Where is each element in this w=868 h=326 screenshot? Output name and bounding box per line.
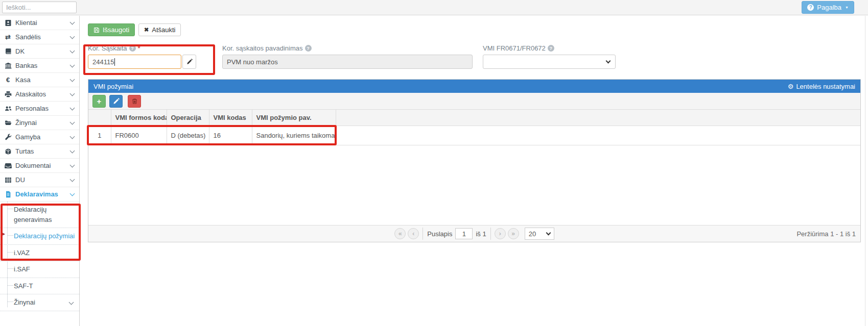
first-page-button[interactable]: « [394, 228, 406, 239]
chevron-down-icon [69, 300, 74, 305]
sidebar-item-gamyba[interactable]: Gamyba [0, 130, 79, 144]
account-input-value: 244115 [92, 58, 114, 66]
submenu-item-label: Deklaracijų generavimas [14, 205, 75, 224]
chevron-down-icon [70, 119, 75, 124]
chevron-down-icon [70, 77, 75, 82]
submenu-item-label: SAF-T [14, 281, 75, 291]
account-name-input: PVM nuo maržos [222, 55, 473, 69]
table-settings-button[interactable]: ⚙ Lentelės nustatymai [788, 83, 855, 90]
question-circle-icon: ? [548, 45, 554, 52]
sidebar-item-klientai[interactable]: Klientai [0, 16, 79, 30]
submenu-item-deklaraciju-generavimas[interactable]: Deklaracijų generavimas [0, 202, 79, 228]
text-cursor [114, 58, 115, 66]
file-text-icon [4, 191, 12, 198]
sidebar-item-label: Deklaravimas [15, 190, 71, 198]
column-header-form-code[interactable]: VMI formos kodas [111, 110, 167, 126]
column-header-operation[interactable]: Operacija [167, 110, 209, 126]
previous-page-button[interactable]: ‹ [408, 228, 419, 239]
table-icon [4, 177, 12, 184]
sidebar-item-du[interactable]: DU [0, 173, 79, 187]
sidebar-item-dk[interactable]: DK [0, 44, 79, 59]
submenu-item-deklaraciju-pozymiai[interactable]: ▶ Deklaracijų požymiai [0, 228, 79, 245]
account-name-field-group: Kor. sąskaitos pavadinimas ? PVM nuo mar… [222, 44, 473, 69]
sidebar-item-label: Sandėlis [15, 33, 71, 41]
page-number-input[interactable] [455, 228, 473, 239]
sidebar-item-dokumentai[interactable]: Dokumentai [0, 159, 79, 173]
vmi-form-select[interactable] [483, 55, 616, 69]
vmi-form-field-label: VMI FR0671/FR0672 [483, 44, 546, 52]
chevron-down-icon [70, 148, 75, 153]
sidebar-item-label: DU [15, 176, 71, 184]
sidebar-item-ataskaitos[interactable]: Ataskaitos [0, 87, 79, 102]
sidebar-item-zinynai[interactable]: Žinynai [0, 116, 79, 130]
double-chevron-right-icon: » [511, 230, 515, 237]
printer-icon [4, 91, 12, 98]
page-size-value: 20 [529, 230, 536, 238]
account-name-field-label-row: Kor. sąskaitos pavadinimas ? [222, 44, 473, 52]
table-row[interactable]: 1 FR0600 D (debetas) 16 Sandorių, kuriem… [88, 126, 860, 145]
double-chevron-left-icon: « [398, 230, 402, 237]
edit-row-button[interactable] [109, 95, 123, 108]
vmi-pozymiai-panel: VMI požymiai ⚙ Lentelės nustatymai + [88, 79, 861, 242]
add-row-button[interactable]: + [92, 95, 106, 108]
account-edit-button[interactable] [182, 55, 196, 69]
account-name-field-label: Kor. sąskaitos pavadinimas [222, 44, 303, 52]
cell-row-number: 1 [88, 126, 111, 145]
sidebar-item-bankas[interactable]: Bankas [0, 59, 79, 73]
account-input[interactable]: 244115 [88, 55, 181, 69]
next-page-button[interactable]: › [495, 228, 506, 239]
chevron-down-icon [70, 62, 75, 67]
submenu-item-saft[interactable]: SAF-T [0, 278, 79, 295]
table-settings-label: Lentelės nustatymai [796, 83, 855, 90]
chevron-down-icon [70, 191, 75, 196]
page-count-label: iš 1 [476, 230, 486, 238]
trash-icon [131, 98, 138, 105]
top-bar: ? Pagalba ▼ [0, 0, 868, 15]
panel-footer: « ‹ Puslapis iš 1 › » 20 [88, 225, 860, 242]
account-name-input-value: PVM nuo maržos [227, 58, 278, 66]
vmi-form-field-label-row: VMI FR0671/FR0672 ? [483, 44, 616, 52]
submenu-item-zinynai[interactable]: Žinynai [0, 294, 79, 311]
last-page-button[interactable]: » [508, 228, 519, 239]
panel-header: VMI požymiai ⚙ Lentelės nustatymai [88, 80, 860, 93]
save-button[interactable]: Išsaugoti [88, 23, 135, 36]
results-summary: Peržiūrima 1 - 1 iš 1 [796, 230, 856, 238]
address-book-icon [4, 19, 12, 27]
main-content: Išsaugoti ✖ Atšaukti Kor. Sąskaita ? * 2… [80, 16, 868, 326]
sidebar-item-turtas[interactable]: Turtas [0, 144, 79, 159]
table-empty-area [88, 145, 860, 225]
deklaravimas-submenu: Deklaracijų generavimas ▶ Deklaracijų po… [0, 202, 79, 311]
chevron-down-icon [546, 230, 551, 235]
column-header-name[interactable]: VMI požymio pav. [252, 110, 336, 126]
page-label: Puslapis [427, 230, 452, 238]
pencil-icon [186, 59, 193, 65]
page-size-select[interactable]: 20 [525, 228, 554, 240]
cancel-button[interactable]: ✖ Atšaukti [138, 23, 181, 36]
help-button[interactable]: ? Pagalba ▼ [802, 1, 854, 14]
column-header-index[interactable] [88, 110, 111, 126]
search-input[interactable] [2, 2, 77, 13]
required-asterisk: * [138, 44, 140, 52]
sidebar-item-deklaravimas[interactable]: Deklaravimas [0, 187, 79, 202]
cell-filler [336, 126, 860, 145]
book-icon [4, 48, 12, 55]
sidebar-item-sandelis[interactable]: ⇄ Sandėlis [0, 30, 79, 44]
help-button-label: Pagalba [817, 4, 841, 11]
chevron-down-icon [70, 48, 75, 53]
sidebar-item-label: Klientai [15, 19, 71, 27]
sidebar-item-kasa[interactable]: € Kasa [0, 73, 79, 87]
submenu-item-isaf[interactable]: i.SAF [0, 261, 79, 278]
cell-vmi-code: 16 [209, 126, 252, 145]
chevron-down-icon [70, 134, 75, 139]
account-field-label-row: Kor. Sąskaita ? * [88, 44, 196, 52]
submenu-item-ivaz[interactable]: i.VAZ [0, 245, 79, 262]
table-header-row: VMI formos kodas Operacija VMI kodas VMI… [88, 110, 860, 126]
column-header-filler [336, 110, 860, 126]
sidebar-item-label: Kasa [15, 76, 71, 84]
column-header-vmi-code[interactable]: VMI kodas [209, 110, 252, 126]
sidebar-item-personalas[interactable]: Personalas [0, 102, 79, 116]
bank-icon [4, 62, 12, 69]
delete-row-button[interactable] [128, 95, 141, 108]
chevron-down-icon [70, 105, 75, 110]
sidebar-item-label: Personalas [15, 105, 71, 112]
